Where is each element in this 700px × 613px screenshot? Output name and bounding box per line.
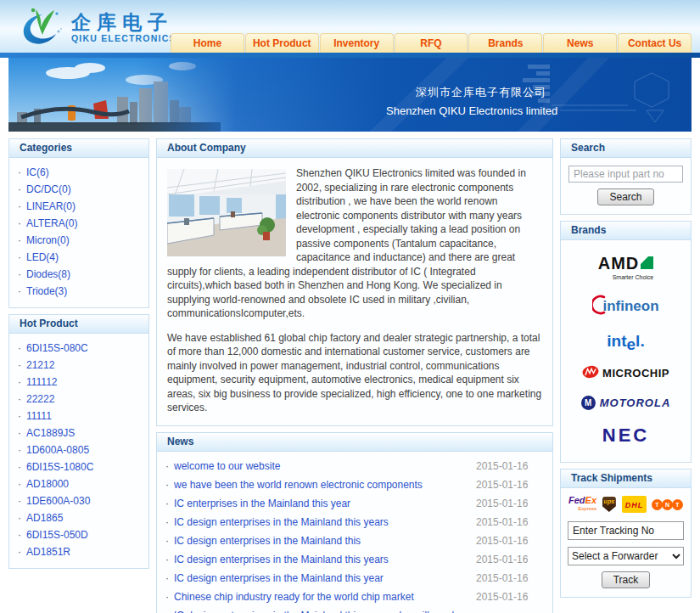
- search-input[interactable]: [568, 166, 683, 183]
- intel-wordmark-pre: int: [607, 332, 626, 351]
- news-link[interactable]: we have been the world renown electronic…: [174, 479, 476, 491]
- category-item: ·DC/DC(0): [18, 181, 143, 198]
- hot-product-link[interactable]: 21212: [26, 359, 54, 371]
- track-button[interactable]: Track: [602, 571, 651, 588]
- fedex-express-label: Express: [578, 504, 596, 513]
- courier-dhl[interactable]: DHL: [622, 496, 647, 513]
- news-link[interactable]: IC design enterprises in the Mainland th…: [174, 516, 476, 528]
- bullet-icon: ·: [18, 217, 21, 229]
- nav-tab-home[interactable]: Home: [171, 33, 244, 53]
- hot-product-link[interactable]: 6DI15S-080C: [26, 342, 88, 354]
- hot-product-item: ·AC1889JS: [18, 425, 143, 441]
- bullet-icon: ·: [18, 546, 21, 558]
- hot-product-link[interactable]: 1D600A-0805: [26, 444, 89, 456]
- brand-intel[interactable]: intel.: [607, 332, 644, 351]
- news-date: 2015-01-16: [476, 516, 544, 528]
- news-link[interactable]: IC design enterprises in the Mainland th…: [174, 554, 476, 565]
- bullet-icon: ·: [165, 460, 169, 472]
- news-row: ·IC design enterprises in the Mainland t…: [165, 513, 544, 531]
- hot-product-panel: Hot Product ·6DI15S-080C ·21212 ·111112 …: [8, 314, 149, 569]
- news-date: 2015-01-16: [476, 591, 544, 603]
- hot-product-item: ·21212: [18, 357, 143, 374]
- category-link[interactable]: Micron(0): [26, 234, 70, 246]
- hot-product-link[interactable]: AC1889JS: [26, 427, 75, 439]
- intel-dropped-e: e: [627, 335, 636, 354]
- hot-product-link[interactable]: 6DI15S-1080C: [26, 461, 93, 473]
- news-title: News: [157, 433, 552, 452]
- nav-tab-contact-us[interactable]: Contact Us: [618, 33, 692, 53]
- category-link[interactable]: IC(6): [26, 166, 49, 178]
- hot-product-link[interactable]: AD1851R: [26, 546, 70, 558]
- bullet-icon: ·: [18, 512, 21, 524]
- category-link[interactable]: LINEAR(0): [26, 200, 76, 212]
- nav-tab-brands[interactable]: Brands: [468, 33, 542, 53]
- category-link[interactable]: DC/DC(0): [26, 183, 71, 195]
- news-link[interactable]: IC enterprises in the Mainland this year: [174, 498, 476, 509]
- brand-motorola[interactable]: M MOTOROLA: [581, 396, 671, 410]
- courier-tnt[interactable]: T N T: [652, 499, 683, 510]
- news-link[interactable]: welcome to our website: [174, 460, 476, 472]
- brand-amd[interactable]: AMD Smarter Choice: [598, 254, 654, 280]
- bullet-icon: ·: [18, 183, 21, 195]
- bullet-icon: ·: [18, 342, 21, 354]
- hot-product-item: ·22222: [18, 391, 143, 408]
- dhl-logo-icon: DHL: [622, 496, 647, 513]
- category-link[interactable]: ALTERA(0): [26, 217, 77, 229]
- site-logo[interactable]: 企库电子 QIKU ELECTRONICS: [19, 6, 176, 48]
- hot-product-item: ·AD1851R: [18, 543, 143, 560]
- nav-tab-rfq[interactable]: RFQ: [395, 33, 468, 53]
- courier-ups[interactable]: ups: [602, 497, 616, 512]
- main-nav: Home Hot Product Inventory RFQ Brands Ne…: [170, 33, 692, 53]
- hot-product-link[interactable]: 11111: [26, 410, 52, 422]
- bullet-icon: ·: [165, 535, 169, 547]
- search-panel: Search Search: [560, 138, 692, 215]
- tracking-number-input[interactable]: [568, 521, 684, 540]
- news-link[interactable]: IC design enterprises in the Mainland th…: [174, 535, 476, 547]
- hot-product-item: ·6DI15S-1080C: [18, 458, 143, 475]
- hot-product-title: Hot Product: [9, 315, 148, 334]
- bullet-icon: ·: [18, 376, 21, 388]
- news-link[interactable]: IC design enterprises in the Mainland th…: [174, 572, 476, 584]
- center-column: About Company: [156, 138, 553, 613]
- bullet-icon: ·: [18, 410, 21, 422]
- nav-tab-hot-product[interactable]: Hot Product: [245, 33, 319, 53]
- courier-fedex[interactable]: FedEx Express: [568, 496, 596, 513]
- category-item: ·LED(4): [18, 249, 143, 266]
- news-link[interactable]: IC design enterprises in the Mainland th…: [174, 610, 476, 613]
- brand-microchip[interactable]: MICROCHIP: [582, 365, 669, 381]
- hot-product-item: ·111112: [18, 374, 143, 391]
- hot-product-link[interactable]: AD18000: [26, 478, 69, 490]
- hot-product-item: ·1DE600A-030: [18, 492, 143, 509]
- main-content: Categories ·IC(6) ·DC/DC(0) ·LINEAR(0) ·…: [8, 138, 692, 613]
- bullet-icon: ·: [18, 251, 21, 263]
- forwarder-select[interactable]: Select a Forwarder: [568, 547, 684, 565]
- hot-product-link[interactable]: 6DI15S-050D: [26, 529, 88, 541]
- hot-product-link[interactable]: 22222: [26, 393, 54, 405]
- category-item: ·Diodes(8): [18, 266, 143, 283]
- bullet-icon: ·: [18, 461, 21, 473]
- nav-tab-inventory[interactable]: Inventory: [320, 33, 394, 53]
- search-title: Search: [561, 139, 691, 158]
- category-link[interactable]: LED(4): [26, 251, 59, 263]
- hot-product-link[interactable]: 1DE600A-030: [26, 495, 90, 507]
- nav-tab-news[interactable]: News: [543, 33, 617, 53]
- category-link[interactable]: Diodes(8): [26, 268, 70, 280]
- hot-product-link[interactable]: 111112: [26, 376, 57, 388]
- category-link[interactable]: Triode(3): [26, 285, 67, 297]
- bullet-icon: ·: [18, 359, 21, 371]
- brand-nec[interactable]: NEC: [602, 425, 649, 447]
- news-date: 2015-01-16: [476, 572, 544, 584]
- search-button[interactable]: Search: [597, 188, 653, 205]
- tnt-logo-icon: T: [672, 499, 683, 510]
- banner-company-name-en: Shenzhen QIKU Electronics limited: [386, 104, 557, 117]
- bullet-icon: ·: [165, 554, 169, 565]
- hot-product-link[interactable]: AD1865: [26, 512, 63, 524]
- brand-infineon[interactable]: infineon: [592, 295, 658, 318]
- news-panel: News ·welcome to our website2015-01-16 ·…: [156, 432, 553, 613]
- logo-chinese-name: 企库电子: [71, 11, 176, 33]
- news-link[interactable]: Chinese chip industry ready for the worl…: [174, 591, 476, 603]
- bullet-icon: ·: [18, 268, 21, 280]
- bullet-icon: ·: [18, 478, 21, 490]
- news-row: ·IC design enterprises in the Mainland t…: [165, 569, 544, 588]
- category-item: ·IC(6): [18, 164, 143, 181]
